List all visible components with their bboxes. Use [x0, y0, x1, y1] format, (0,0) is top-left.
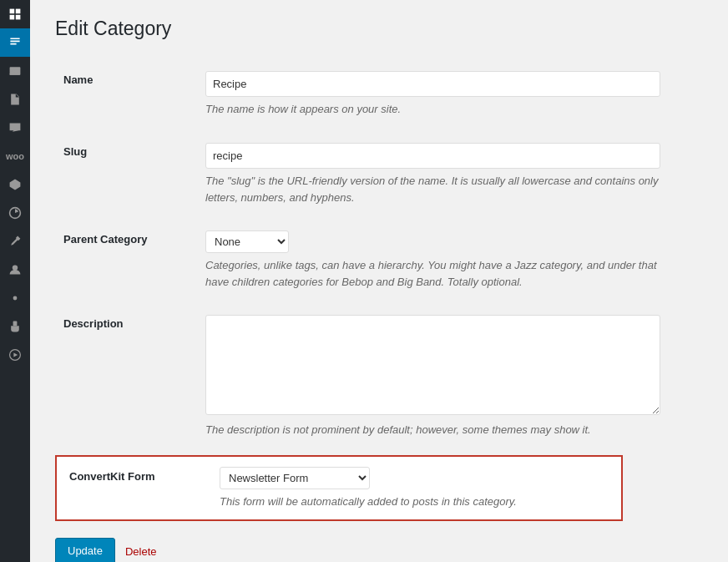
name-description: The name is how it appears on your site. [205, 101, 660, 118]
update-button[interactable]: Update [55, 538, 115, 562]
main-content: Edit Category Name The name is how it ap… [30, 0, 728, 562]
svg-marker-6 [10, 180, 21, 190]
parent-category-cell: None Categories, unlike tags, can have a… [205, 218, 703, 302]
plugin-icon[interactable] [0, 312, 30, 341]
products-icon[interactable] [0, 170, 30, 199]
convertkit-form-description: This form will be automatically added to… [220, 494, 609, 510]
play-icon[interactable] [0, 341, 30, 369]
convertkit-box: ConvertKit Form Newsletter Form This for… [55, 455, 623, 522]
parent-category-label: Parent Category [55, 218, 205, 302]
convertkit-form-field: Newsletter Form This form will be automa… [220, 467, 609, 510]
convertkit-form-label: ConvertKit Form [69, 467, 203, 483]
parent-category-description: Categories, unlike tags, can have a hier… [205, 257, 660, 290]
svg-point-8 [13, 265, 18, 270]
svg-rect-1 [16, 9, 21, 14]
description-row: Description The description is not promi… [55, 302, 703, 451]
convertkit-form-select[interactable]: Newsletter Form [220, 467, 370, 489]
svg-rect-2 [10, 15, 15, 20]
description-field-description: The description is not prominent by defa… [205, 422, 660, 438]
svg-rect-0 [10, 9, 15, 14]
form-actions: Update Delete [55, 538, 703, 562]
slug-cell: The "slug" is the URL-friendly version o… [205, 130, 703, 219]
woocommerce-icon[interactable]: woo [0, 142, 30, 170]
posts-icon[interactable] [0, 28, 30, 57]
dashboard-icon[interactable] [0, 0, 30, 28]
pages-icon[interactable] [0, 85, 30, 114]
description-cell: The description is not prominent by defa… [205, 302, 703, 451]
svg-rect-3 [16, 15, 21, 20]
slug-row: Slug The "slug" is the URL-friendly vers… [55, 130, 703, 219]
slug-description: The "slug" is the URL-friendly version o… [205, 173, 660, 205]
name-label: Name [55, 58, 205, 130]
svg-rect-10 [13, 322, 18, 327]
delete-button[interactable]: Delete [125, 545, 157, 558]
parent-category-select[interactable]: None [205, 230, 289, 253]
comments-icon[interactable] [0, 114, 30, 142]
media-icon[interactable] [0, 57, 30, 85]
settings-icon[interactable] [0, 284, 30, 312]
form-table: Name The name is how it appears on your … [55, 58, 703, 451]
svg-point-9 [13, 296, 18, 301]
users-icon[interactable] [0, 256, 30, 284]
page-title: Edit Category [55, 17, 703, 42]
name-input[interactable] [205, 71, 660, 98]
parent-category-row: Parent Category None Categories, unlike … [55, 218, 703, 302]
slug-input[interactable] [205, 143, 660, 170]
svg-marker-14 [13, 353, 18, 357]
description-textarea[interactable] [205, 315, 660, 415]
slug-label: Slug [55, 130, 205, 219]
tools-icon[interactable] [0, 227, 30, 256]
name-row: Name The name is how it appears on your … [55, 58, 703, 130]
description-label: Description [55, 302, 205, 451]
sidebar: woo [0, 0, 30, 562]
analytics-icon[interactable] [0, 199, 30, 227]
name-cell: The name is how it appears on your site. [205, 58, 703, 130]
